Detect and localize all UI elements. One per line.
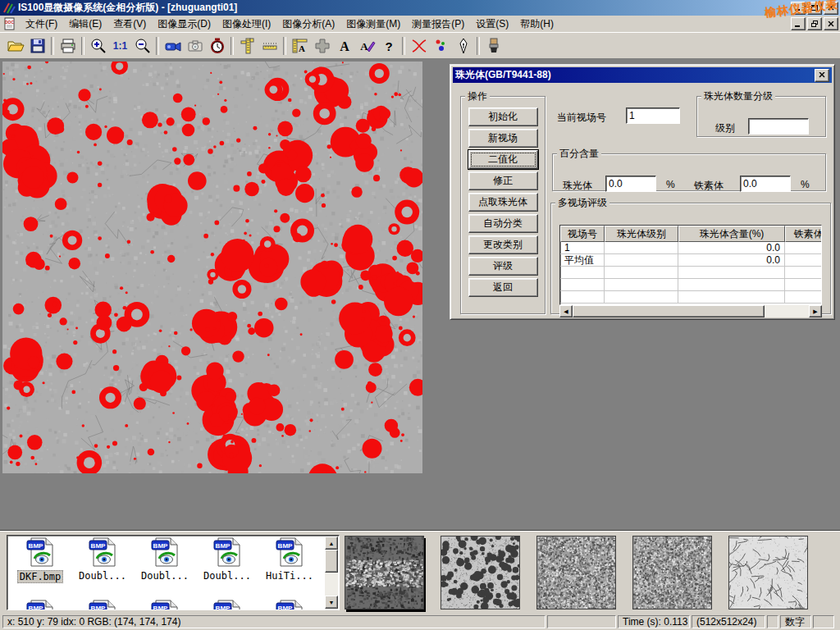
op-button-1[interactable]: 初始化 — [468, 107, 538, 126]
table-cell[interactable] — [605, 267, 678, 279]
table-cell[interactable] — [785, 279, 822, 291]
file-vscrollbar[interactable]: ▲ ▼ — [325, 536, 338, 609]
menu-item-image-measure[interactable]: 图像测量(M) — [340, 16, 406, 33]
scroll-down-button[interactable]: ▼ — [325, 596, 338, 609]
menu-item-edit[interactable]: 编辑(E) — [63, 16, 107, 33]
thumbnail-3[interactable] — [536, 536, 616, 609]
annotate-icon[interactable]: A — [355, 35, 377, 57]
pearlite-percent-input[interactable] — [605, 176, 656, 192]
table-cell[interactable] — [605, 254, 678, 267]
current-view-input[interactable] — [626, 107, 680, 124]
table-row[interactable] — [560, 291, 821, 304]
curve-icon[interactable] — [408, 35, 430, 57]
menu-item-file[interactable]: 文件(F) — [20, 16, 63, 33]
column-header-1[interactable]: 珠光体级别 — [605, 226, 678, 242]
file-item-partial-2[interactable]: BMP — [71, 600, 134, 610]
zoom-in-icon[interactable] — [87, 35, 109, 57]
scroll-right-button[interactable]: ▶ — [809, 305, 822, 317]
file-item-5[interactable]: BMPHuiTi... — [258, 537, 321, 583]
document-icon[interactable]: DOC — [3, 17, 16, 30]
column-header-2[interactable]: 珠光体含量(%) — [678, 226, 785, 242]
column-header-3[interactable]: 铁素体含量(%) — [785, 226, 822, 242]
table-row[interactable]: 10.0 — [560, 242, 821, 254]
file-item-partial-5[interactable]: BMP — [258, 600, 321, 610]
camera-icon[interactable] — [184, 35, 206, 57]
vscroll-thumb[interactable] — [325, 550, 338, 573]
save-icon[interactable] — [26, 35, 48, 57]
pen-icon[interactable] — [452, 35, 474, 57]
table-row[interactable]: 平均值0.0 — [560, 254, 821, 267]
menu-item-view[interactable]: 查看(V) — [107, 16, 152, 33]
zoom-out-icon[interactable] — [131, 35, 153, 57]
menu-item-help[interactable]: 帮助(H) — [514, 16, 559, 33]
table-cell[interactable] — [678, 267, 785, 279]
file-item-4[interactable]: BMPDoubl... — [196, 537, 258, 583]
table-hscrollbar[interactable]: ◀ ▶ — [559, 305, 822, 317]
op-button-4[interactable]: 修正 — [468, 171, 538, 190]
op-button-7[interactable]: 更改类别 — [468, 235, 538, 254]
table-cell[interactable] — [678, 291, 785, 304]
menu-item-measure-report[interactable]: 测量报告(P) — [406, 16, 470, 33]
move-cross-icon[interactable] — [311, 35, 333, 57]
menu-item-image-display[interactable]: 图像显示(D) — [152, 16, 217, 33]
file-item-partial-4[interactable]: BMP — [196, 600, 258, 610]
table-row[interactable] — [560, 267, 821, 279]
thumbnail-4[interactable] — [632, 536, 712, 609]
brush-icon[interactable] — [482, 35, 504, 57]
op-button-3[interactable]: 二值化 — [468, 150, 538, 169]
op-button-9[interactable]: 返回 — [468, 278, 538, 297]
table-cell[interactable]: 1 — [560, 242, 605, 254]
table-cell[interactable]: 平均值 — [560, 254, 605, 267]
print-icon[interactable] — [57, 35, 79, 57]
file-item-partial-3[interactable]: BMP — [134, 600, 196, 610]
table-cell[interactable] — [785, 291, 822, 304]
video-camera-icon[interactable] — [162, 35, 184, 57]
menu-item-image-process[interactable]: 图像处理(I) — [217, 16, 276, 33]
thumbnail-1[interactable] — [345, 536, 424, 609]
table-cell[interactable] — [605, 242, 678, 254]
file-item-partial-1[interactable]: BMP — [9, 600, 71, 610]
scroll-left-button[interactable]: ◀ — [559, 305, 573, 317]
grade-input[interactable] — [748, 118, 809, 135]
hscroll-thumb[interactable] — [573, 305, 765, 317]
help-icon[interactable]: ? — [377, 35, 399, 57]
table-cell[interactable] — [560, 291, 605, 304]
op-button-8[interactable]: 评级 — [468, 257, 538, 276]
timer-icon[interactable] — [206, 35, 228, 57]
micrograph-image[interactable] — [2, 62, 422, 473]
dialog-close-button[interactable] — [815, 69, 829, 82]
op-button-5[interactable]: 点取珠光体 — [468, 193, 538, 212]
table-cell[interactable] — [678, 279, 785, 291]
mdi-close-button[interactable] — [824, 17, 838, 30]
op-button-6[interactable]: 自动分类 — [468, 214, 538, 233]
points-icon[interactable] — [430, 35, 452, 57]
table-cell[interactable] — [605, 279, 678, 291]
table-cell[interactable] — [785, 267, 822, 279]
table-cell[interactable] — [785, 254, 822, 267]
table-cell[interactable] — [560, 267, 605, 279]
column-header-0[interactable]: 视场号 — [560, 226, 605, 242]
scroll-up-button[interactable]: ▲ — [325, 536, 338, 550]
thumbnail-5[interactable] — [728, 536, 808, 609]
table-cell[interactable]: 0.0 — [678, 242, 785, 254]
dialog-titlebar[interactable]: 珠光体(GB/T9441-88) — [453, 67, 832, 83]
text-icon[interactable]: A — [333, 35, 355, 57]
actual-size-icon[interactable]: 1:1 — [109, 35, 131, 57]
table-cell[interactable]: 0.0 — [678, 254, 785, 267]
ruler-icon[interactable] — [258, 35, 281, 57]
file-item-2[interactable]: BMPDoubl... — [71, 537, 134, 583]
open-icon[interactable] — [4, 35, 26, 57]
measure-text-icon[interactable]: A — [289, 35, 311, 57]
mdi-minimize-button[interactable] — [791, 17, 806, 30]
table-cell[interactable] — [785, 242, 822, 254]
thumbnail-2[interactable] — [441, 536, 520, 609]
file-item-1[interactable]: BMPDKF.bmp — [9, 537, 71, 583]
mdi-restore-button[interactable] — [807, 17, 822, 30]
menu-item-settings[interactable]: 设置(S) — [470, 16, 514, 33]
table-row[interactable] — [560, 279, 821, 291]
op-button-2[interactable]: 新视场 — [468, 129, 538, 148]
table-cell[interactable] — [560, 279, 605, 291]
menu-item-image-analyze[interactable]: 图像分析(A) — [276, 16, 340, 33]
caliper-icon[interactable] — [236, 35, 258, 57]
ferrite-percent-input[interactable] — [740, 176, 791, 192]
